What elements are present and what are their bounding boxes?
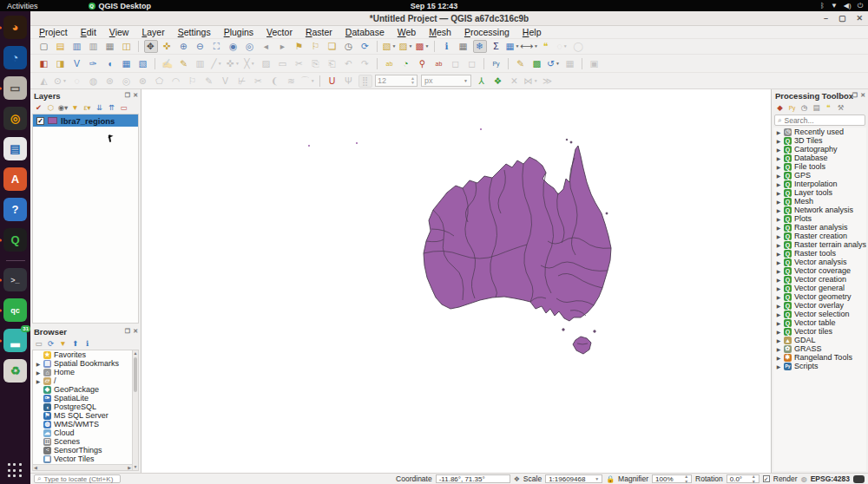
new-print-layout[interactable]: ▦: [103, 40, 117, 53]
layers-close-icon[interactable]: ✕: [133, 92, 138, 99]
enable-tracing[interactable]: ⅄: [474, 75, 488, 88]
chevron-right-icon[interactable]: ▶: [776, 259, 781, 265]
layer-item-lbra7_regions[interactable]: ✓lbra7_regions: [33, 114, 138, 127]
add-mesh-layer[interactable]: ▧: [136, 57, 150, 70]
filter-by-expression[interactable]: ε▾: [82, 102, 93, 113]
identify-features[interactable]: ℹ: [440, 40, 454, 53]
processing-float-icon[interactable]: ❐: [852, 92, 858, 99]
toolbox-models[interactable]: ◆: [774, 102, 786, 113]
add-group[interactable]: ⬡: [45, 102, 56, 113]
messages-button[interactable]: [853, 475, 865, 483]
processing-group-vector-creation[interactable]: ▶QVector creation: [773, 275, 866, 284]
chevron-right-icon[interactable]: ▶: [776, 251, 781, 257]
processing-group-raster-tools[interactable]: ▶QRaster tools: [773, 249, 866, 258]
chevron-right-icon[interactable]: ▶: [776, 329, 781, 335]
menu-processing[interactable]: Processing: [464, 27, 510, 37]
processing-history-arrow[interactable]: ↺▼: [547, 57, 561, 70]
processing-group-vector-geometry[interactable]: ▶QVector geometry: [773, 292, 866, 301]
show-applications-button[interactable]: [8, 463, 23, 479]
processing-group-vector-tiles[interactable]: ▶QVector tiles: [773, 327, 866, 336]
refresh-map[interactable]: ⟳: [358, 40, 372, 53]
chevron-right-icon[interactable]: ▶: [776, 268, 781, 274]
add-vector-layer[interactable]: V: [70, 57, 84, 70]
add-postgis-layer[interactable]: ◖: [103, 57, 117, 70]
chevron-right-icon[interactable]: ▶: [776, 355, 781, 361]
zoom-in[interactable]: ⊕: [177, 40, 191, 53]
processing-group-vector-general[interactable]: ▶QVector general: [773, 284, 866, 292]
processing-group-interpolation[interactable]: ▶QInterpolation: [773, 180, 866, 188]
chevron-right-icon[interactable]: ▶: [36, 378, 41, 384]
browser-close-icon[interactable]: ✕: [133, 328, 138, 335]
zoom-next[interactable]: ▸: [276, 40, 290, 53]
expand-all[interactable]: ⇊: [94, 102, 105, 113]
browser-item-home[interactable]: ▶⌂Home: [33, 368, 132, 376]
clock[interactable]: Sep 15 12:43: [411, 2, 458, 10]
crs-status-button[interactable]: EPSG:4283: [811, 474, 850, 483]
pan-map[interactable]: ✥: [144, 40, 158, 53]
chevron-right-icon[interactable]: ▶: [776, 233, 781, 239]
filter-browser[interactable]: ▼: [57, 338, 69, 349]
dock-app-text-editor[interactable]: ▂31: [3, 329, 27, 352]
zoom-out[interactable]: ⊖: [194, 40, 207, 53]
window-titlebar[interactable]: *Untitled Project — QGIS a67dc316c9b – ▢…: [30, 11, 868, 26]
map-canvas[interactable]: [141, 89, 771, 473]
dock-app-qgis-changelog[interactable]: qc: [3, 298, 27, 322]
new-geopackage-layer[interactable]: ◨: [54, 57, 68, 70]
collapse-all-browser[interactable]: ⬆: [69, 338, 81, 349]
browser-item-scenes[interactable]: ◫Scenes: [33, 437, 132, 446]
processing-group-network-analysis[interactable]: ▶QNetwork analysis: [773, 206, 866, 214]
toggle-editing[interactable]: ✎: [177, 57, 191, 70]
processing-group-layer-tools[interactable]: ▶QLayer tools: [773, 188, 866, 197]
scale-combobox[interactable]: 1:19609468▼: [545, 474, 602, 483]
chevron-right-icon[interactable]: ▶: [36, 370, 41, 376]
menu-raster[interactable]: Raster: [306, 27, 332, 37]
network-icon[interactable]: ▼: [831, 2, 838, 10]
activities-button[interactable]: Activities: [7, 2, 38, 10]
layers-float-icon[interactable]: ❐: [125, 92, 130, 99]
menu-view[interactable]: View: [109, 27, 129, 37]
chevron-right-icon[interactable]: ▶: [776, 363, 781, 370]
render-checkbox[interactable]: ✓: [763, 475, 770, 482]
processing-group-gps[interactable]: ▶QGPS: [773, 171, 866, 180]
properties-info[interactable]: ℹ: [82, 338, 93, 349]
processing-group-raster-creation[interactable]: ▶QRaster creation: [773, 232, 866, 240]
browser-item-vector-tiles[interactable]: ▦Vector Tiles: [33, 455, 132, 463]
browser-item-ms-sql-server[interactable]: ⚑MS SQL Server: [33, 411, 132, 420]
processing-search-box[interactable]: ⌕: [774, 114, 865, 126]
dock-app-trash[interactable]: ♻: [3, 359, 27, 383]
show-spatial-bookmarks[interactable]: ⚐: [309, 40, 323, 53]
menu-web[interactable]: Web: [398, 27, 416, 37]
processing-group-scripts[interactable]: ▶PyScripts: [773, 362, 866, 370]
menu-help[interactable]: Help: [523, 27, 542, 37]
maximize-button[interactable]: ▢: [838, 14, 846, 23]
deselect-features[interactable]: ▩▼: [416, 40, 430, 53]
georeferencer[interactable]: ▩: [530, 57, 544, 70]
browser-item-geopackage[interactable]: ◆GeoPackage: [33, 385, 132, 394]
lock-scale-icon[interactable]: 🔒: [606, 475, 615, 483]
dock-app-files[interactable]: ▭: [3, 76, 27, 100]
statistical-summary[interactable]: Σ: [490, 40, 503, 53]
new-spatial-bookmark[interactable]: ⚑: [293, 40, 306, 53]
save-project-as[interactable]: ▥: [87, 40, 101, 53]
processing-group-raster-analysis[interactable]: ▶QRaster analysis: [773, 223, 866, 232]
snap-unit-combobox[interactable]: px▼: [421, 75, 471, 87]
browser-float-icon[interactable]: ❐: [125, 328, 130, 335]
dock-app-ubuntu-software[interactable]: A: [3, 167, 27, 191]
toolbox-history[interactable]: ◷: [799, 102, 810, 113]
browser-item-cloud[interactable]: ☁Cloud: [33, 428, 132, 437]
open-data-source-manager[interactable]: ◧: [37, 57, 51, 70]
locator-box[interactable]: ⌕: [34, 474, 121, 483]
browser-item-sensorthings[interactable]: ⁖SensorThings: [33, 446, 132, 455]
layer-diagram-options[interactable]: ◔: [399, 57, 413, 70]
temporal-controller[interactable]: ◷: [342, 40, 356, 53]
processing-group-grass[interactable]: ▶✿GRASS: [773, 344, 866, 353]
chevron-right-icon[interactable]: ▶: [776, 207, 781, 213]
chevron-right-icon[interactable]: ▶: [776, 337, 781, 343]
chevron-right-icon[interactable]: ▶: [776, 164, 781, 170]
toolbox-results-viewer[interactable]: ▤: [811, 102, 822, 113]
avoid-overlap[interactable]: ❖: [490, 75, 504, 88]
add-selected-layers[interactable]: ▭: [33, 338, 44, 349]
menu-database[interactable]: Database: [345, 27, 385, 37]
show-style-manager[interactable]: ◫: [120, 40, 134, 53]
chevron-right-icon[interactable]: ▶: [776, 303, 781, 309]
